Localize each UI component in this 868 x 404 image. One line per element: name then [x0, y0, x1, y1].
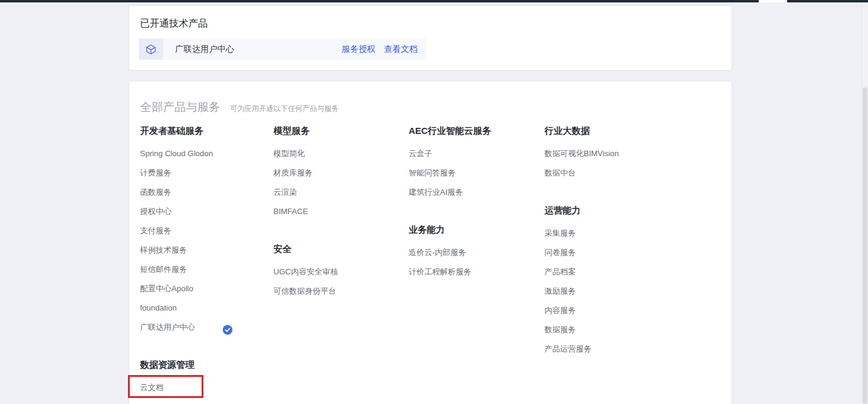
product-item-label: 数据服务	[544, 325, 576, 334]
product-item[interactable]: 问卷服务	[544, 243, 720, 262]
section-heading: 安全	[273, 243, 409, 255]
product-item-label: 采集服务	[544, 229, 576, 238]
section-heading: 行业大数据	[544, 125, 720, 137]
topbar-white-segment	[759, 0, 787, 2]
catalog-section: 开发者基础服务Spring Cloud Glodon计费服务函数服务授权中心支付…	[140, 125, 273, 337]
product-item-label: 智能问答服务	[409, 168, 456, 177]
catalog-section: 数据资源管理云文档	[140, 359, 273, 397]
product-item[interactable]: 模型简化	[273, 144, 409, 163]
product-item-label: 建筑行业AI服务	[409, 188, 463, 197]
product-item-label: 产品运营服务	[544, 344, 592, 353]
product-item-label: 产品档案	[544, 267, 576, 276]
product-item-label: BIMFACE	[273, 207, 308, 216]
top-navigation-bar	[0, 0, 868, 2]
all-products-card: 全部产品与服务 可为应用开通以下任何产品与服务 开发者基础服务Spring Cl…	[129, 81, 732, 404]
product-item[interactable]: 数据服务	[544, 320, 720, 339]
product-item-label: 模型简化	[273, 149, 305, 158]
catalog-column: 模型服务模型简化材质库服务云渲染BIMFACE安全UGC内容安全审核可信数据身份…	[273, 125, 409, 397]
catalog-column: AEC行业智能云服务云盒子智能问答服务建筑行业AI服务业务能力造价云-内部服务计…	[409, 125, 544, 397]
product-item[interactable]: 建筑行业AI服务	[409, 183, 544, 202]
cube-icon	[145, 43, 157, 55]
product-item[interactable]: 云文档	[140, 378, 273, 397]
product-item[interactable]: 短信邮件服务	[140, 260, 273, 279]
catalog-title: 全部产品与服务	[140, 99, 220, 115]
product-item-label: 授权中心	[140, 207, 171, 216]
product-item[interactable]: 广联达用户中心	[140, 318, 273, 337]
product-item-label: 数据可视化BIMVision	[544, 149, 619, 158]
product-item-label: Spring Cloud Glodon	[140, 149, 213, 158]
service-authorization-link[interactable]: 服务授权	[342, 44, 375, 55]
product-item[interactable]: 内容服务	[544, 301, 720, 320]
product-item[interactable]: 云盒子	[409, 144, 544, 163]
product-item[interactable]: 云渲染	[273, 183, 409, 202]
check-icon	[223, 323, 232, 332]
product-item-label: foundation	[140, 303, 177, 312]
product-item-label: 内容服务	[544, 306, 576, 315]
catalog-section: 行业大数据数据可视化BIMVision数据中台	[544, 125, 720, 183]
scrollbar-thumb[interactable]	[863, 87, 867, 404]
product-item[interactable]: 产品运营服务	[544, 339, 720, 359]
catalog-column: 开发者基础服务Spring Cloud Glodon计费服务函数服务授权中心支付…	[140, 125, 273, 397]
catalog-section: 安全UGC内容安全审核可信数据身份平台	[273, 243, 409, 301]
activated-products-card: 已开通技术产品 广联达用户中心 服务授权 查看文档	[129, 5, 732, 71]
product-item-label: 函数服务	[140, 188, 171, 197]
activated-product-name: 广联达用户中心	[175, 44, 234, 55]
product-item-label: 数据中台	[544, 168, 576, 177]
product-item-label: 广联达用户中心	[140, 323, 195, 332]
product-item-label: 造价云-内部服务	[409, 248, 466, 257]
product-item[interactable]: 授权中心	[140, 202, 273, 221]
product-item-label: 短信邮件服务	[140, 265, 187, 274]
product-item-label: 计费服务	[140, 168, 171, 177]
view-docs-link[interactable]: 查看文档	[384, 44, 418, 55]
section-heading: 模型服务	[273, 125, 409, 137]
product-item[interactable]: 可信数据身份平台	[273, 282, 409, 301]
product-item[interactable]: 产品档案	[544, 262, 720, 282]
activated-product-row[interactable]: 广联达用户中心 服务授权 查看文档	[139, 39, 426, 60]
product-item[interactable]: 支付服务	[140, 221, 273, 241]
catalog-subtitle: 可为应用开通以下任何产品与服务	[230, 104, 339, 114]
product-item[interactable]: Spring Cloud Glodon	[140, 144, 273, 163]
activated-products-title: 已开通技术产品	[140, 17, 208, 30]
product-item[interactable]: BIMFACE	[273, 202, 409, 221]
product-item-label: 激励服务	[544, 286, 576, 295]
product-item[interactable]: 数据可视化BIMVision	[544, 144, 720, 163]
product-item-label: 可信数据身份平台	[273, 286, 336, 295]
product-item[interactable]: 计价工程解析服务	[409, 262, 544, 282]
catalog-columns: 开发者基础服务Spring Cloud Glodon计费服务函数服务授权中心支付…	[140, 125, 721, 397]
product-icon-tile	[139, 39, 163, 60]
product-item[interactable]: foundation	[140, 298, 273, 318]
product-item-label: 计价工程解析服务	[409, 267, 471, 276]
product-item-label: 支付服务	[140, 226, 171, 235]
product-item[interactable]: 造价云-内部服务	[409, 243, 544, 262]
section-heading: 开发者基础服务	[140, 125, 273, 137]
product-item[interactable]: 配置中心Apollo	[140, 279, 273, 298]
product-item-label: 云渲染	[273, 188, 297, 197]
product-item-label: UGC内容安全审核	[273, 267, 338, 276]
product-item[interactable]: 激励服务	[544, 282, 720, 301]
product-item[interactable]: UGC内容安全审核	[273, 262, 409, 282]
product-item-label: 材质库服务	[273, 168, 313, 177]
product-item[interactable]: 数据中台	[544, 163, 720, 183]
product-item[interactable]: 样例技术服务	[140, 241, 273, 260]
product-item[interactable]: 采集服务	[544, 224, 720, 243]
product-item[interactable]: 材质库服务	[273, 163, 409, 183]
catalog-section: AEC行业智能云服务云盒子智能问答服务建筑行业AI服务	[409, 125, 544, 202]
product-item-label: 问卷服务	[544, 248, 576, 257]
product-item-label: 云盒子	[409, 149, 432, 158]
catalog-section: 业务能力造价云-内部服务计价工程解析服务	[409, 224, 544, 282]
section-heading: 运营能力	[544, 204, 720, 216]
section-heading: AEC行业智能云服务	[409, 125, 544, 137]
product-item[interactable]: 智能问答服务	[409, 163, 544, 183]
catalog-section: 运营能力采集服务问卷服务产品档案激励服务内容服务数据服务产品运营服务	[544, 204, 720, 359]
product-item[interactable]: 计费服务	[140, 163, 273, 183]
product-item[interactable]: 函数服务	[140, 183, 273, 202]
product-item-label: 云文档	[140, 383, 164, 392]
section-heading: 业务能力	[409, 224, 544, 236]
product-item-label: 配置中心Apollo	[140, 284, 193, 293]
product-item-label: 样例技术服务	[140, 245, 187, 254]
catalog-column: 行业大数据数据可视化BIMVision数据中台运营能力采集服务问卷服务产品档案激…	[544, 125, 720, 397]
catalog-section: 模型服务模型简化材质库服务云渲染BIMFACE	[273, 125, 409, 221]
section-heading: 数据资源管理	[140, 359, 273, 371]
catalog-header: 全部产品与服务 可为应用开通以下任何产品与服务	[140, 99, 339, 115]
